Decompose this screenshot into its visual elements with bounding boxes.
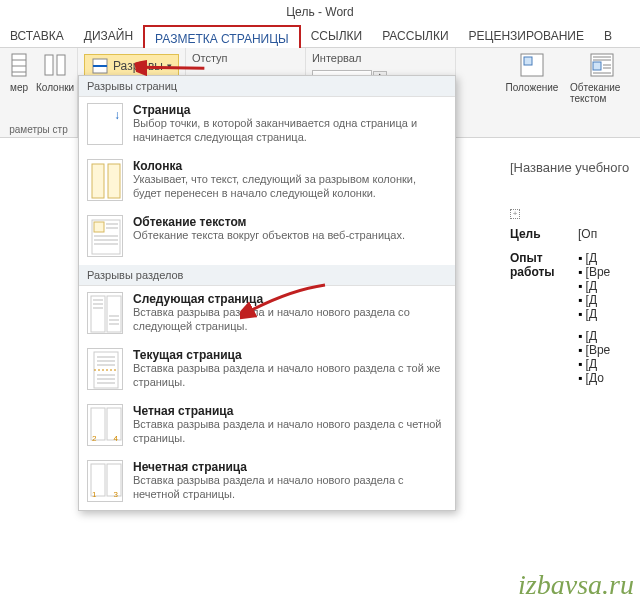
- tab-page-layout[interactable]: РАЗМЕТКА СТРАНИЦЫ: [143, 25, 301, 48]
- menu-item-next-page[interactable]: Следующая страницаВставка разрыва раздел…: [79, 286, 455, 342]
- menu-item-odd-page[interactable]: 13 Нечетная страницаВставка разрыва разд…: [79, 454, 455, 510]
- caret-down-icon: ▾: [167, 61, 172, 71]
- ribbon-tabs: ВСТАВКА ДИЗАЙН РАЗМЕТКА СТРАНИЦЫ ССЫЛКИ …: [0, 24, 640, 48]
- menu-item-column[interactable]: КолонкаУказывает, что текст, следующий з…: [79, 153, 455, 209]
- menu-item-continuous[interactable]: Текущая страницаВставка разрыва раздела …: [79, 342, 455, 398]
- svg-rect-13: [91, 296, 105, 332]
- columns-button[interactable]: Колонки: [36, 52, 74, 93]
- wrap-text-icon: [589, 52, 615, 78]
- breaks-icon: [91, 57, 109, 75]
- doc-goal-label: Цель: [510, 227, 578, 241]
- column-break-thumb-icon: [87, 159, 123, 201]
- page-size-icon: [6, 52, 32, 78]
- doc-experience-values[interactable]: [Д [Вре [Д [Д [Д [Д [Вре [Д [До: [578, 251, 610, 385]
- menu-section-page-breaks: Разрывы страниц: [79, 76, 455, 97]
- indent-label: Отступ: [192, 52, 299, 64]
- continuous-thumb-icon: [87, 348, 123, 390]
- svg-rect-14: [107, 296, 121, 332]
- page-break-thumb-icon: ↓: [87, 103, 123, 145]
- tab-review[interactable]: РЕЦЕНЗИРОВАНИЕ: [459, 24, 594, 47]
- svg-rect-5: [524, 57, 532, 65]
- tab-references[interactable]: ССЫЛКИ: [301, 24, 372, 47]
- wrap-break-thumb-icon: [87, 215, 123, 257]
- menu-section-section-breaks: Разрывы разделов: [79, 265, 455, 286]
- svg-rect-0: [12, 54, 26, 76]
- tab-insert[interactable]: ВСТАВКА: [0, 24, 74, 47]
- menu-item-even-page[interactable]: 24 Четная страницаВставка разрыва раздел…: [79, 398, 455, 454]
- svg-rect-7: [593, 62, 601, 70]
- tab-design[interactable]: ДИЗАЙН: [74, 24, 143, 47]
- menu-item-page[interactable]: ↓ СтраницаВыбор точки, в которой заканчи…: [79, 97, 455, 153]
- doc-experience-label: Опыт работы: [510, 251, 578, 279]
- window-title: Цель - Word: [0, 0, 640, 24]
- svg-rect-1: [45, 55, 53, 75]
- position-icon: [519, 52, 545, 78]
- svg-rect-9: [92, 164, 104, 198]
- menu-item-text-wrapping[interactable]: Обтекание текстомОбтекание текста вокруг…: [79, 209, 455, 265]
- breaks-menu: Разрывы страниц ↓ СтраницаВыбор точки, в…: [78, 75, 456, 511]
- wrap-text-button[interactable]: Обтекание текстом: [570, 52, 634, 135]
- svg-rect-12: [94, 222, 104, 232]
- group-label-page-setup: раметры стр: [6, 124, 71, 135]
- document-area: [Название учебного + Цель [Оп Опыт работ…: [510, 140, 640, 607]
- interval-label: Интервал: [312, 52, 449, 64]
- position-button[interactable]: Положение: [500, 52, 564, 135]
- size-button[interactable]: мер: [6, 52, 32, 93]
- tab-mailings[interactable]: РАССЫЛКИ: [372, 24, 458, 47]
- columns-icon: [42, 52, 68, 78]
- next-page-thumb-icon: [87, 292, 123, 334]
- watermark-text: izbavsa.ru: [518, 569, 634, 601]
- anchor-icon[interactable]: +: [510, 209, 520, 219]
- doc-institution-placeholder[interactable]: [Название учебного: [510, 160, 640, 175]
- svg-rect-10: [108, 164, 120, 198]
- odd-page-thumb-icon: 13: [87, 460, 123, 502]
- svg-rect-2: [57, 55, 65, 75]
- even-page-thumb-icon: 24: [87, 404, 123, 446]
- tab-more[interactable]: В: [594, 24, 622, 47]
- doc-goal-value[interactable]: [Оп: [578, 227, 597, 241]
